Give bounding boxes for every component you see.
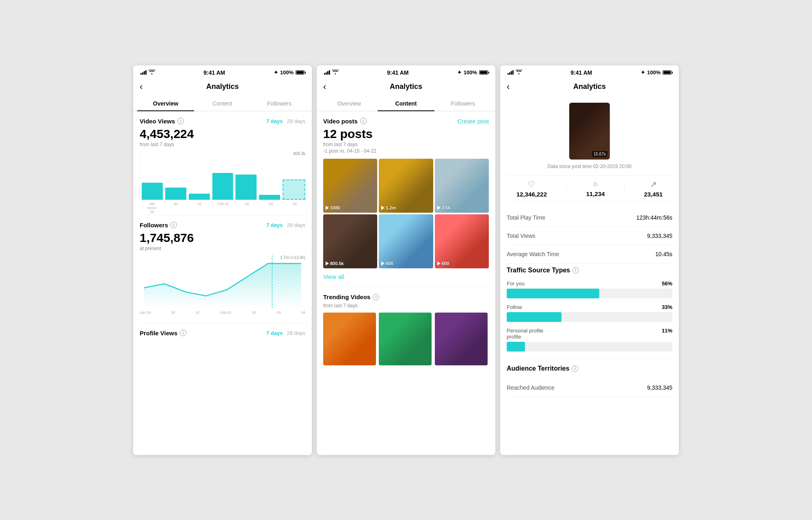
line-label-4: 02 [252, 311, 256, 315]
tab-content-1[interactable]: Content [194, 96, 251, 111]
audience-info-icon[interactable]: i [572, 365, 578, 372]
signal-icon-1 [140, 70, 147, 75]
signal-icon-2 [324, 70, 330, 75]
bar-label-3: Feb 01 [213, 202, 234, 214]
tab-overview-1[interactable]: Overview [137, 96, 194, 111]
bar-2 [189, 194, 210, 199]
tab-followers-2[interactable]: Followers [434, 96, 491, 111]
followers-subtext: at present [140, 246, 305, 251]
battery-icon-3 [663, 70, 672, 75]
detail-label-1: Total Views [507, 233, 536, 239]
video-overlay-5: 600 [437, 261, 449, 266]
data-since-text: Data since post time 02-20-2019 20:00 [507, 164, 672, 169]
create-post-button[interactable]: Create post [457, 118, 489, 125]
stat-divider-1 [566, 182, 567, 194]
trending-thumb-2[interactable] [435, 313, 488, 365]
video-overlay-0: 1080 [326, 205, 340, 210]
line-label-1: 30 [171, 311, 175, 315]
period-7d-pv[interactable]: 7 days [266, 330, 283, 336]
comments-number: 11,234 [586, 190, 605, 197]
video-views-subtext: from last 7 days [140, 142, 305, 147]
traffic-label-row-0: For you 56% [507, 280, 672, 287]
bar-1 [165, 188, 186, 200]
period-28d-pv[interactable]: 28 days [287, 330, 305, 336]
tab-overview-2[interactable]: Overview [321, 96, 378, 111]
video-views-2: 3.5k [442, 205, 450, 210]
tab-followers-1[interactable]: Followers [251, 96, 308, 111]
status-right-2: ✦ 100% [457, 69, 488, 76]
video-posts-title: Video posts i [323, 118, 367, 125]
traffic-label-row-1: Follow 33% [507, 304, 672, 310]
profile-views-period: 7 days 28 days [266, 330, 305, 336]
trending-thumb-0[interactable] [323, 313, 376, 365]
video-thumb-3[interactable]: 800.5k [323, 214, 377, 268]
video-views-info-icon[interactable]: i [177, 118, 184, 124]
status-left-1 [140, 69, 155, 76]
traffic-pct-0: 56% [662, 280, 672, 287]
video-views-number: 4,453,224 [140, 127, 305, 141]
tabs-2: Overview Content Followers [317, 96, 495, 111]
status-time-3: 9:41 AM [570, 69, 592, 76]
view-all-link[interactable]: View all [323, 273, 489, 280]
tab-content-2[interactable]: Content [378, 96, 434, 111]
content-tab-content: Video posts i Create post 12 posts from … [317, 111, 495, 455]
stat-divider-2 [624, 182, 624, 194]
play-icon-4 [381, 261, 384, 265]
play-icon-2 [437, 206, 441, 210]
posts-subtext2: -1 post vs. 04-15 - 04-22 [323, 148, 489, 154]
bluetooth-icon-1: ✦ [274, 69, 278, 76]
header-title-1: Analytics [206, 82, 239, 91]
video-thumb-1[interactable]: 1.2m [379, 159, 433, 213]
wifi-icon-3 [516, 69, 522, 76]
period-28d-vv[interactable]: 28 days [287, 118, 305, 124]
posts-count: 12 posts [323, 127, 489, 141]
battery-icon-2 [479, 70, 488, 75]
trending-thumb-1[interactable] [379, 313, 432, 365]
video-posts-info-icon[interactable]: i [360, 118, 367, 124]
back-button-1[interactable]: ‹ [140, 82, 143, 92]
detail-value-1: 9,333,345 [647, 233, 672, 239]
profile-views-info-icon[interactable]: i [180, 330, 186, 336]
video-thumb-0[interactable]: 1080 [323, 159, 377, 213]
followers-info-icon[interactable]: i [171, 222, 177, 228]
heart-icon: ♡ [528, 179, 535, 189]
traffic-bar-bg-2 [507, 342, 672, 352]
trending-info-icon[interactable]: i [373, 294, 379, 300]
video-views-header: Video Views i 7 days 28 days [140, 118, 305, 125]
traffic-pct-2: 11% [662, 328, 672, 340]
reached-value: 9,333,345 [647, 384, 672, 391]
traffic-row-1: Follow 33% [507, 304, 672, 322]
wifi-icon-1 [149, 69, 155, 76]
period-7d-vv[interactable]: 7 days [266, 118, 283, 124]
status-bar-2: 9:41 AM ✦ 100% [317, 65, 495, 78]
bar-label-0: Janxxxxx29 [141, 202, 163, 214]
video-thumb-5[interactable]: 600 [435, 214, 489, 268]
trending-title: Trending Videos i [323, 293, 379, 300]
video-views-3: 800.5k [330, 261, 344, 266]
bar-3 [212, 173, 233, 199]
detail-thumb[interactable]: 15.67s [569, 103, 610, 160]
period-7d-f[interactable]: 7 days [266, 222, 283, 228]
overview-content: Video Views i 7 days 28 days 4,453,224 f… [133, 111, 312, 455]
video-views-4: 600 [386, 261, 393, 266]
followers-header: Followers i 7 days 28 days [140, 222, 305, 229]
bar-chart-peak: 909.3k [293, 151, 305, 156]
line-label-6: 04 [301, 311, 305, 315]
period-28d-f[interactable]: 28 days [287, 222, 305, 228]
traffic-pct-1: 33% [662, 304, 672, 310]
bluetooth-icon-2: ✦ [457, 69, 462, 76]
traffic-info-icon[interactable]: i [572, 267, 579, 274]
detail-row-1: Total Views 9,333,345 [507, 227, 672, 245]
battery-pct-2: 100% [464, 69, 477, 76]
back-button-3[interactable]: ‹ [507, 82, 510, 92]
traffic-bar-bg-0 [507, 289, 672, 298]
video-thumb-2[interactable]: 3.5k [435, 159, 489, 213]
battery-icon-1 [296, 70, 304, 75]
audience-section-title: Audience Territories i [507, 365, 672, 372]
screen-overview: 9:41 AM ✦ 100% ‹ Analytics Overview Cont… [133, 65, 312, 455]
back-button-2[interactable]: ‹ [323, 82, 326, 92]
followers-number: 1,745,876 [140, 231, 305, 245]
bar-label-2: 31 [189, 202, 210, 214]
video-thumb-4[interactable]: 600 [379, 214, 433, 268]
bar-4 [235, 175, 257, 200]
